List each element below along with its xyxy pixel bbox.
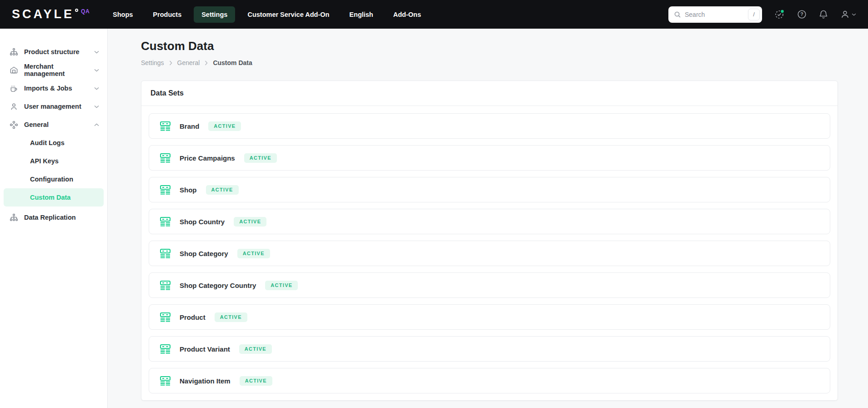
nodes-icon	[9, 121, 18, 129]
status-badge: ACTIVE	[237, 249, 270, 258]
data-sets-card: Data Sets Brand ACTIVE	[141, 81, 838, 401]
chevron-down-icon	[852, 13, 856, 16]
status-badge: ACTIVE	[208, 121, 241, 131]
card-header: Data Sets	[141, 81, 838, 106]
data-sets-list: Brand ACTIVE Price Campaigns ACTIVE	[141, 106, 838, 401]
sidebar-item-label: Product structure	[24, 48, 94, 55]
data-set-name: Product	[180, 313, 206, 321]
sidebar-item-label: General	[24, 121, 94, 128]
sidebar-item-api-keys[interactable]: API Keys	[0, 152, 107, 170]
chevron-right-icon	[205, 60, 208, 65]
data-set-row-shop-category[interactable]: Shop Category ACTIVE	[149, 241, 830, 266]
chevron-down-icon	[94, 50, 99, 54]
data-set-name: Brand	[180, 122, 199, 130]
nav-item-shops[interactable]: Shops	[105, 6, 140, 23]
release-status-icon[interactable]	[774, 9, 785, 20]
status-badge: ACTIVE	[239, 344, 272, 354]
data-set-icon	[160, 312, 171, 322]
user-icon	[9, 102, 18, 111]
data-set-row-shop-country[interactable]: Shop Country ACTIVE	[149, 209, 830, 234]
nav-item-products[interactable]: Products	[145, 6, 189, 23]
data-set-row-shop[interactable]: Shop ACTIVE	[149, 177, 830, 202]
data-set-icon	[160, 185, 171, 195]
search-icon	[674, 11, 681, 18]
nav-item-add-ons[interactable]: Add-Ons	[386, 6, 429, 23]
sidebar-item-general[interactable]: General	[0, 116, 107, 134]
data-set-icon	[160, 217, 171, 227]
svg-text:?: ?	[800, 11, 803, 17]
sidebar-item-audit-logs[interactable]: Audit Logs	[0, 134, 107, 152]
status-badge: ACTIVE	[234, 217, 266, 227]
nav-item-english[interactable]: English	[341, 6, 381, 23]
sidebar-item-custom-data[interactable]: Custom Data	[4, 188, 104, 207]
sidebar-item-label: Data Replication	[24, 214, 99, 221]
chevron-right-icon	[169, 60, 172, 65]
environment-badge: QA	[81, 8, 90, 15]
data-set-name: Navigation Item	[180, 377, 231, 385]
data-set-icon	[160, 344, 171, 354]
notifications-icon[interactable]	[819, 10, 828, 19]
data-set-icon	[160, 281, 171, 290]
breadcrumb-settings[interactable]: Settings	[141, 59, 164, 66]
navbar-right: / ?	[668, 6, 868, 23]
sidebar-item-label: User management	[24, 103, 94, 110]
data-set-name: Shop	[180, 186, 197, 194]
data-set-row-product-variant[interactable]: Product Variant ACTIVE	[149, 336, 830, 362]
data-set-icon	[160, 153, 171, 163]
data-set-icon	[160, 121, 171, 131]
search-input[interactable]	[685, 11, 744, 18]
status-badge: ACTIVE	[215, 312, 247, 322]
store-icon	[9, 66, 18, 75]
data-set-row-shop-category-country[interactable]: Shop Category Country ACTIVE	[149, 272, 830, 298]
data-set-icon	[160, 376, 171, 386]
sitemap-icon	[9, 213, 18, 222]
data-set-row-price-campaigns[interactable]: Price Campaigns ACTIVE	[149, 145, 830, 171]
sitemap-icon	[9, 48, 18, 56]
status-badge: ACTIVE	[244, 153, 277, 163]
chevron-down-icon	[94, 105, 99, 108]
chevron-down-icon	[94, 69, 99, 72]
data-set-name: Shop Category Country	[180, 282, 256, 289]
sidebar-item-merchant-management[interactable]: Merchant management	[0, 61, 107, 79]
chevron-up-icon	[94, 123, 99, 126]
page-title: Custom Data	[141, 40, 838, 52]
sidebar-item-label: Imports & Jobs	[24, 85, 94, 92]
status-badge: ACTIVE	[240, 376, 272, 386]
logo-text: SCAYLE	[12, 8, 74, 20]
main-nav: Shops Products Settings Customer Service…	[105, 6, 429, 23]
account-menu[interactable]	[840, 10, 856, 19]
breadcrumb: Settings General Custom Data	[141, 59, 838, 66]
help-icon[interactable]: ?	[797, 10, 807, 19]
breadcrumb-current: Custom Data	[213, 59, 252, 66]
account-icon	[840, 10, 850, 19]
status-badge: ACTIVE	[265, 281, 298, 290]
data-set-row-brand[interactable]: Brand ACTIVE	[149, 113, 830, 139]
data-set-name: Shop Category	[180, 250, 228, 257]
nav-item-settings[interactable]: Settings	[194, 6, 235, 23]
scayle-logo[interactable]: SCAYLE QA	[0, 8, 105, 20]
data-set-icon	[160, 249, 171, 258]
sidebar-item-user-management[interactable]: User management	[0, 97, 107, 116]
sidebar-item-label: Merchant management	[24, 63, 94, 77]
nav-item-customer-service-add-on[interactable]: Customer Service Add-On	[240, 6, 337, 23]
breadcrumb-general[interactable]: General	[177, 59, 200, 66]
data-set-name: Product Variant	[180, 345, 230, 353]
top-navbar: SCAYLE QA Shops Products Settings Custom…	[0, 0, 868, 29]
data-set-name: Shop Country	[180, 218, 225, 226]
sidebar-item-imports-jobs[interactable]: Imports & Jobs	[0, 79, 107, 97]
sidebar-item-product-structure[interactable]: Product structure	[0, 43, 107, 61]
mug-icon	[9, 84, 18, 93]
data-set-row-product[interactable]: Product ACTIVE	[149, 304, 830, 330]
chevron-down-icon	[94, 87, 99, 90]
search-box[interactable]: /	[668, 6, 762, 23]
main-content: Custom Data Settings General Custom Data…	[108, 29, 868, 408]
sidebar-item-data-replication[interactable]: Data Replication	[0, 208, 107, 227]
logo-ring-icon	[75, 9, 78, 12]
data-set-row-navigation-item[interactable]: Navigation Item ACTIVE	[149, 368, 830, 393]
sidebar-item-configuration[interactable]: Configuration	[0, 170, 107, 188]
data-set-name: Price Campaigns	[180, 154, 235, 162]
status-badge: ACTIVE	[206, 185, 239, 195]
sidebar: Product structure Merchant management Im…	[0, 29, 108, 408]
search-shortcut-key: /	[748, 9, 760, 20]
